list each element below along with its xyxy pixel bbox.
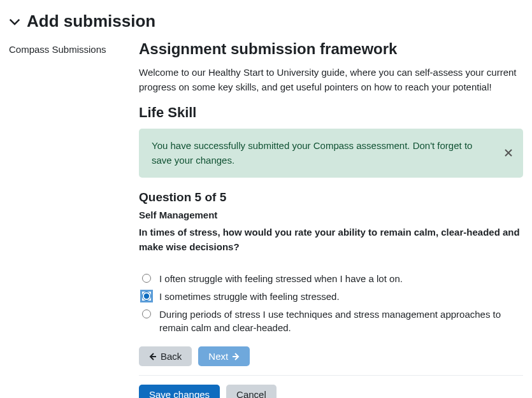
next-button[interactable]: Next [198,346,250,366]
question-text: In times of stress, how would you rate y… [139,225,521,254]
option-row[interactable]: I sometimes struggle with feeling stress… [139,290,523,304]
life-skill-heading: Life Skill [139,104,523,121]
framework-heading: Assignment submission framework [139,40,523,58]
close-icon [504,147,513,160]
options-group: I often struggle with feeling stressed w… [139,272,523,335]
option-label: During periods of stress I use technique… [159,308,516,336]
success-alert: You have successfully submitted your Com… [139,129,523,178]
intro-text: Welcome to our Healthy Start to Universi… [139,66,521,94]
back-button-label: Back [161,352,182,361]
option-label: I often struggle with feeling stressed w… [159,272,516,286]
divider [139,375,523,376]
next-button-label: Next [208,352,228,361]
option-label: I sometimes struggle with feeling stress… [159,290,516,304]
arrow-right-icon [232,353,240,360]
question-category: Self Management [139,210,523,220]
arrow-left-icon [149,353,157,360]
sidebar-compass-submissions[interactable]: Compass Submissions [9,44,130,55]
sidebar: Compass Submissions [9,39,130,398]
option-row[interactable]: During periods of stress I use technique… [139,308,523,336]
save-changes-button[interactable]: Save changes [139,385,220,398]
option-row[interactable]: I often struggle with feeling stressed w… [139,272,523,286]
alert-text: You have successfully submitted your Com… [152,140,472,166]
alert-close-button[interactable] [501,145,515,162]
main-content: Assignment submission framework Welcome … [139,39,523,398]
chevron-down-icon[interactable] [9,16,20,27]
page-title: Add submission [27,11,155,31]
option-radio-0[interactable] [142,274,151,283]
option-radio-1[interactable] [142,292,151,301]
question-number: Question 5 of 5 [139,190,523,204]
cancel-button[interactable]: Cancel [226,385,277,398]
back-button[interactable]: Back [139,346,192,366]
option-radio-2[interactable] [142,309,151,318]
